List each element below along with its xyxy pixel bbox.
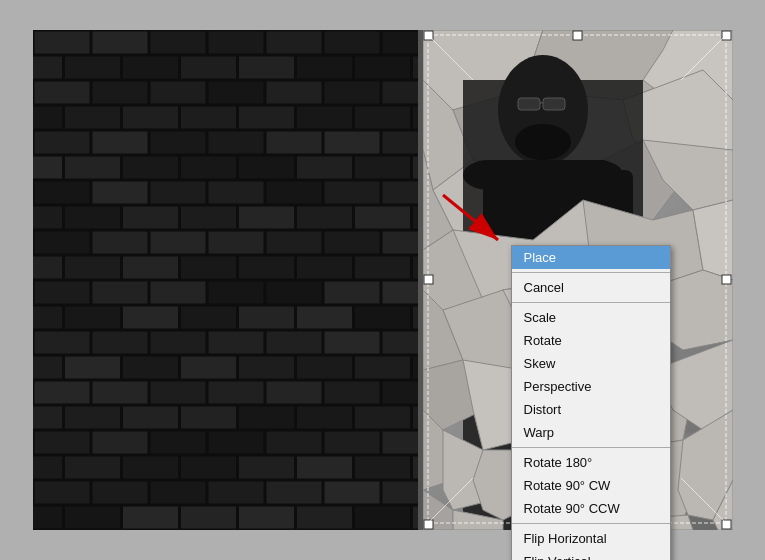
context-menu: PlaceCancelScaleRotateSkewPerspectiveDis… [511,245,671,560]
canvas-area: PlaceCancelScaleRotateSkewPerspectiveDis… [33,30,733,530]
menu-item-warp[interactable]: Warp [512,421,670,444]
menu-item-cancel[interactable]: Cancel [512,276,670,299]
menu-item-rotate180[interactable]: Rotate 180° [512,451,670,474]
svg-point-17 [515,124,571,160]
menu-item-rotate90ccw[interactable]: Rotate 90° CCW [512,497,670,520]
menu-divider [512,447,670,448]
brick-wall-canvas [33,30,418,530]
menu-item-skew[interactable]: Skew [512,352,670,375]
menu-divider [512,523,670,524]
red-arrow [433,190,513,250]
svg-rect-14 [518,98,540,110]
svg-line-62 [443,195,498,240]
menu-item-flip_horizontal[interactable]: Flip Horizontal [512,527,670,550]
svg-rect-15 [543,98,565,110]
menu-item-perspective[interactable]: Perspective [512,375,670,398]
menu-divider [512,272,670,273]
svg-point-19 [463,160,513,190]
menu-item-place[interactable]: Place [512,246,670,269]
menu-item-scale[interactable]: Scale [512,306,670,329]
menu-item-distort[interactable]: Distort [512,398,670,421]
menu-item-flip_vertical[interactable]: Flip Vertical [512,550,670,560]
menu-divider [512,302,670,303]
menu-item-rotate[interactable]: Rotate [512,329,670,352]
menu-item-rotate90cw[interactable]: Rotate 90° CW [512,474,670,497]
